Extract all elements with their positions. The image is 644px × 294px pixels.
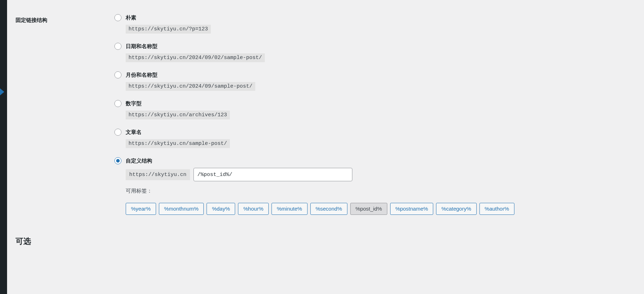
- radio-day-name[interactable]: [114, 43, 121, 50]
- tag-minute[interactable]: %minute%: [272, 203, 308, 215]
- tag-buttons-row: %year% %monthnum% %day% %hour% %minute% …: [126, 203, 636, 215]
- radio-plain-label[interactable]: 朴素: [126, 14, 136, 21]
- settings-content: 固定链接结构 朴素 https://skytiyu.cn/?p=123 日期和名…: [7, 0, 644, 247]
- tag-year[interactable]: %year%: [126, 203, 156, 215]
- sidebar-active-indicator: [0, 88, 4, 95]
- tag-hour[interactable]: %hour%: [238, 203, 269, 215]
- custom-structure-input[interactable]: [193, 168, 352, 181]
- radio-month-name[interactable]: [114, 71, 121, 78]
- radio-numeric[interactable]: [114, 100, 121, 107]
- tag-author[interactable]: %author%: [479, 203, 514, 215]
- optional-section-heading: 可选: [16, 236, 636, 247]
- radio-month-name-label[interactable]: 月份和名称型: [126, 72, 157, 78]
- radio-postname[interactable]: [114, 129, 121, 136]
- tag-day[interactable]: %day%: [207, 203, 235, 215]
- tag-second[interactable]: %second%: [310, 203, 347, 215]
- tag-post-id[interactable]: %post_id%: [350, 203, 387, 215]
- tag-monthnum[interactable]: %monthnum%: [159, 203, 204, 215]
- radio-custom[interactable]: [114, 157, 121, 164]
- example-postname: https://skytiyu.cn/sample-post/: [126, 139, 230, 148]
- tag-category[interactable]: %category%: [436, 203, 476, 215]
- example-numeric: https://skytiyu.cn/archives/123: [126, 111, 230, 119]
- radio-plain[interactable]: [114, 14, 121, 21]
- radio-postname-label[interactable]: 文章名: [126, 129, 142, 136]
- custom-prefix: https://skytiyu.cn: [126, 169, 190, 180]
- permalink-structure-heading: 固定链接结构: [16, 14, 114, 24]
- admin-sidebar: [0, 0, 7, 294]
- example-plain: https://skytiyu.cn/?p=123: [126, 25, 211, 34]
- example-day-name: https://skytiyu.cn/2024/09/02/sample-pos…: [126, 53, 265, 62]
- available-tags-label: 可用标签：: [126, 188, 636, 194]
- tag-postname[interactable]: %postname%: [390, 203, 434, 215]
- radio-numeric-label[interactable]: 数字型: [126, 100, 142, 107]
- radio-day-name-label[interactable]: 日期和名称型: [126, 43, 157, 50]
- radio-custom-label[interactable]: 自定义结构: [126, 158, 152, 164]
- example-month-name: https://skytiyu.cn/2024/09/sample-post/: [126, 82, 255, 91]
